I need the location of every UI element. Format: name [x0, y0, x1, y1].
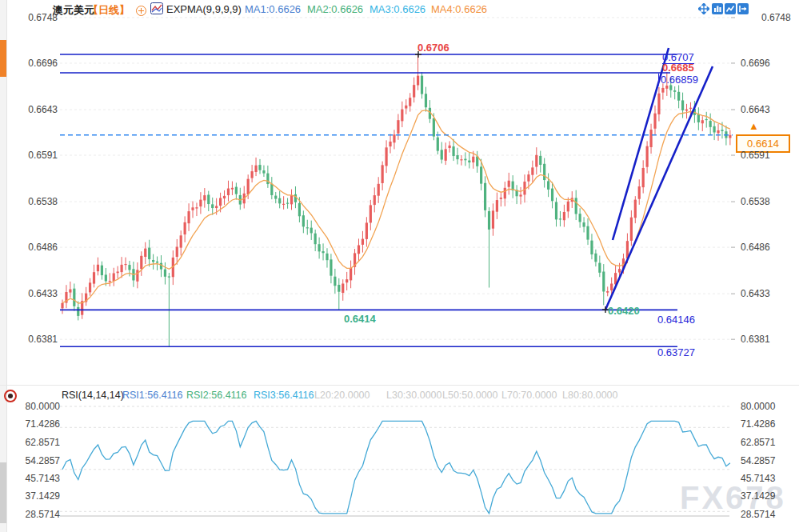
price-tick-label: 0.6591: [741, 150, 770, 161]
price-tick-label: 0.6748: [22, 12, 58, 23]
rsi-l50-label: L50:50.0000: [442, 390, 498, 401]
pan-move-icon[interactable]: [698, 3, 709, 14]
trendline-low-label: 0.6420: [608, 305, 640, 317]
expma-line: [62, 110, 730, 303]
price-up-arrow-icon: ▲: [749, 120, 759, 132]
rsi-tick-label: 28.5714: [14, 509, 60, 520]
ma1-value: MA1:0.6626: [245, 3, 301, 15]
rsi-tick-label: 45.7143: [741, 473, 775, 484]
collapse-circle-icon[interactable]: [136, 6, 146, 16]
rsi-tick-label: 28.5714: [741, 509, 775, 520]
exit-fullscreen-icon[interactable]: [737, 3, 749, 14]
rsi-l30-label: L30:30.0000: [386, 390, 442, 401]
rsi-tick-label: 62.8571: [14, 437, 60, 448]
resistance-price-label: 0.6706: [417, 42, 449, 54]
rsi-tick-label: 37.1429: [14, 490, 60, 502]
rsi-l70-label: L70:70.0000: [501, 390, 557, 401]
chart-type-icon[interactable]: [150, 2, 163, 18]
line-chart-mode-icon[interactable]: [725, 3, 736, 14]
price-tick-label: 0.6381: [741, 334, 770, 345]
rsi-l80-label: L80:80.0000: [562, 390, 618, 401]
candlestick-plot: [61, 54, 731, 346]
rsi-tick-label: 45.7143: [14, 473, 60, 484]
rsi-tick-label: 71.4286: [741, 418, 775, 430]
indicator-name: EXPMA(9,9,9,9): [166, 3, 242, 15]
price-tick-label: 0.6696: [22, 58, 58, 69]
price-tick-label: 0.6433: [741, 288, 770, 299]
rsi3-value: RSI3:56.4116: [254, 390, 314, 401]
period-label: 【日线】: [88, 3, 130, 18]
rsi-tick-label: 80.0000: [741, 401, 775, 412]
bottom-hline-label: 0.63727: [657, 346, 695, 358]
price-tick-label: 0.6538: [741, 196, 770, 207]
horizontal-level-lines[interactable]: [60, 54, 733, 346]
upper-hline-label: 0.6685: [662, 62, 694, 74]
support-price-label: 0.6414: [344, 313, 376, 325]
trendline-value-label: 0.66859: [658, 74, 698, 86]
ma3-value: MA3:0.6626: [370, 3, 425, 15]
price-tick-label: 0.6381: [22, 334, 58, 345]
price-tick-label: 0.6696: [741, 58, 770, 69]
rsi-tick-label: 80.0000: [14, 401, 60, 412]
chart-app-window: { "header": { "symbol": "澳元美元", "period"…: [0, 0, 799, 532]
rsi2-value: RSI2:56.4116: [186, 390, 247, 401]
price-tick-label: 0.6591: [22, 150, 58, 161]
rsi-tick-label: 54.2857: [14, 455, 60, 466]
price-tick-label: 0.6433: [22, 288, 58, 299]
rsi-tick-label: 54.2857: [741, 455, 775, 466]
rsi-title: RSI(14,14,14): [62, 390, 124, 401]
ma2-value: MA2:0.6626: [307, 3, 363, 15]
indicator-window-icon[interactable]: [712, 3, 723, 14]
rsi-tick-label: 62.8571: [741, 437, 775, 448]
lower-hline-label: 0.64146: [657, 314, 695, 326]
price-tick-label: 0.6643: [741, 104, 770, 115]
rsi-tick-label: 71.4286: [14, 418, 60, 430]
rsi-l20-label: L20:20.0000: [314, 390, 370, 401]
rsi1-value: RSI1:56.4116: [122, 390, 183, 401]
rsi-tick-label: 37.1429: [741, 490, 775, 502]
price-tick-label: 0.6486: [741, 242, 770, 253]
price-tick-label: 0.6643: [22, 104, 58, 115]
price-tick-label: 0.6486: [22, 242, 58, 253]
rsi-line: [62, 421, 730, 514]
price-tick-label: 0.6748: [761, 12, 791, 23]
ma4-value: MA4:0.6626: [431, 3, 487, 15]
price-tick-label: 0.6538: [22, 196, 58, 207]
